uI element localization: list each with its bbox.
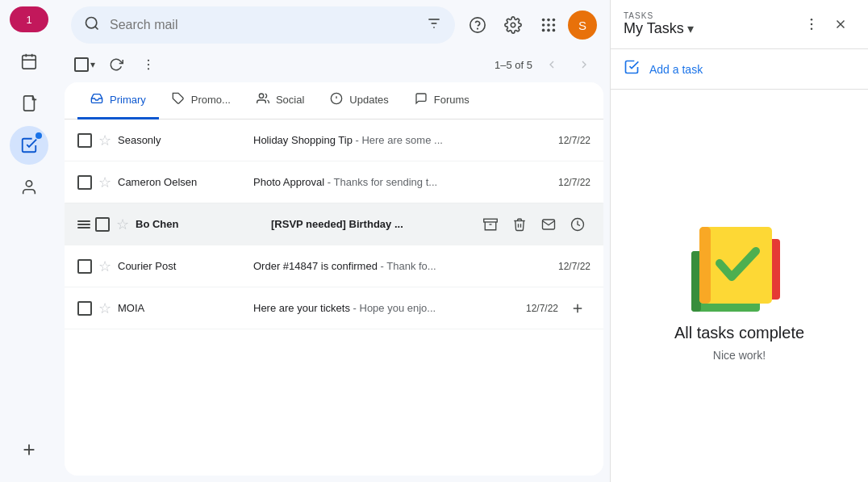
svg-point-7: [86, 17, 97, 27]
sidebar-icon-calendar[interactable]: [10, 42, 48, 81]
svg-point-39: [811, 28, 813, 31]
tab-promotions-label: Promo...: [191, 94, 231, 106]
select-all-button[interactable]: ▾: [71, 54, 98, 75]
email-row[interactable]: ☆ Courier Post Order #14847 is confirmed…: [65, 245, 603, 287]
left-sidebar: 1: [0, 0, 58, 482]
email-panel: Primary Promo... Social Updates: [65, 82, 603, 476]
tab-forums[interactable]: Forums: [402, 82, 482, 119]
svg-point-20: [553, 23, 556, 27]
svg-point-25: [148, 64, 149, 65]
sidebar-icon-notes[interactable]: [10, 84, 48, 123]
sidebar-icon-contacts[interactable]: [10, 168, 48, 207]
add-task-icon: [624, 59, 640, 79]
help-button[interactable]: [461, 9, 494, 41]
tasks-title-area: TASKS My Tasks ▾: [624, 11, 694, 37]
svg-point-38: [811, 23, 813, 26]
next-page-button[interactable]: [571, 52, 597, 78]
tab-updates[interactable]: Updates: [317, 82, 401, 119]
mark-read-button[interactable]: [536, 212, 561, 237]
top-right-icons: S: [461, 9, 597, 41]
svg-point-16: [547, 19, 550, 22]
more-options-button[interactable]: [134, 50, 163, 79]
apps-button[interactable]: [532, 9, 565, 41]
email-checkbox[interactable]: [95, 217, 110, 232]
add-to-tasks-button[interactable]: [565, 295, 590, 321]
settings-button[interactable]: [497, 9, 529, 41]
svg-rect-32: [484, 219, 498, 222]
tasks-label: TASKS: [624, 11, 694, 20]
tasks-title-row: My Tasks ▾: [624, 20, 694, 37]
svg-point-14: [511, 23, 515, 27]
tab-forums-label: Forums: [434, 94, 469, 106]
select-all-checkbox[interactable]: [74, 57, 89, 72]
svg-point-12: [470, 18, 485, 32]
star-icon[interactable]: ☆: [98, 258, 111, 275]
tasks-title: My Tasks: [624, 20, 684, 37]
svg-point-22: [547, 29, 550, 32]
nice-work-text: Nice work!: [713, 349, 766, 362]
tasks-more-button[interactable]: [797, 10, 826, 39]
email-checkbox[interactable]: [77, 175, 92, 190]
email-date: 12/7/22: [558, 177, 590, 188]
svg-point-26: [148, 68, 149, 69]
email-row[interactable]: ☆ Bo Chen [RSVP needed] Birthday ...: [65, 203, 603, 245]
delete-button[interactable]: [507, 212, 532, 237]
email-checkbox[interactable]: [77, 301, 92, 316]
email-sender: Courier Post: [118, 260, 247, 272]
tasks-panel: TASKS My Tasks ▾ Add a task: [610, 0, 868, 482]
svg-rect-47: [699, 227, 711, 304]
svg-point-21: [542, 29, 545, 32]
email-subject-preview: Photo Approval - Thanks for sending t...: [247, 176, 552, 188]
tasks-header: TASKS My Tasks ▾: [611, 0, 868, 49]
email-checkbox[interactable]: [77, 133, 92, 148]
tasks-illustration: [683, 211, 796, 324]
svg-point-4: [26, 181, 31, 187]
tasks-dropdown-icon[interactable]: ▾: [687, 21, 694, 36]
top-bar: S: [58, 0, 610, 47]
svg-point-37: [811, 19, 813, 21]
tab-updates-label: Updates: [349, 94, 388, 106]
svg-point-19: [547, 23, 550, 27]
tab-forums-icon: [415, 92, 428, 107]
star-icon[interactable]: ☆: [116, 216, 129, 233]
refresh-button[interactable]: [102, 50, 131, 79]
user-avatar[interactable]: S: [568, 10, 597, 40]
sidebar-badge[interactable]: 1: [10, 6, 48, 32]
email-subject-preview: [RSVP needed] Birthday ...: [265, 218, 478, 230]
email-checkbox[interactable]: [77, 259, 92, 274]
tab-social[interactable]: Social: [244, 82, 317, 119]
search-input[interactable]: [110, 18, 416, 32]
sidebar-add-button[interactable]: [10, 430, 48, 469]
star-icon[interactable]: ☆: [98, 300, 111, 317]
sidebar-icon-tasks[interactable]: [10, 126, 48, 165]
svg-point-28: [259, 94, 263, 98]
email-sender: Cameron Oelsen: [118, 176, 247, 188]
tab-social-icon: [257, 92, 269, 107]
star-icon[interactable]: ☆: [98, 174, 111, 191]
filter-icon[interactable]: [426, 15, 442, 36]
svg-line-8: [95, 26, 98, 29]
email-sender: Bo Chen: [136, 218, 265, 230]
tasks-close-button[interactable]: [826, 10, 855, 39]
all-tasks-complete-text: All tasks complete: [674, 324, 804, 342]
tab-primary[interactable]: Primary: [77, 82, 159, 119]
tab-primary-icon: [90, 92, 103, 107]
svg-point-23: [553, 29, 556, 32]
archive-button[interactable]: [478, 212, 503, 237]
email-date: 12/7/22: [526, 303, 558, 314]
email-subject-preview: Holiday Shopping Tip - Here are some ...: [247, 134, 552, 146]
tab-promotions[interactable]: Promo...: [159, 82, 244, 119]
prev-page-button[interactable]: [539, 52, 565, 78]
snooze-button[interactable]: [565, 212, 590, 237]
svg-point-15: [542, 19, 545, 22]
email-row[interactable]: ☆ Cameron Oelsen Photo Approval - Thanks…: [65, 161, 603, 203]
email-row[interactable]: ☆ Seasonly Holiday Shopping Tip - Here a…: [65, 119, 603, 161]
star-icon[interactable]: ☆: [98, 132, 111, 149]
search-bar: [71, 6, 455, 44]
pagination-text: 1–5 of 5: [495, 59, 532, 71]
drag-handle[interactable]: [77, 220, 90, 228]
svg-point-18: [542, 23, 545, 27]
add-task-row[interactable]: Add a task: [611, 49, 868, 90]
svg-point-24: [148, 60, 149, 61]
email-row[interactable]: ☆ MOIA Here are your tickets - Hope you …: [65, 287, 603, 329]
